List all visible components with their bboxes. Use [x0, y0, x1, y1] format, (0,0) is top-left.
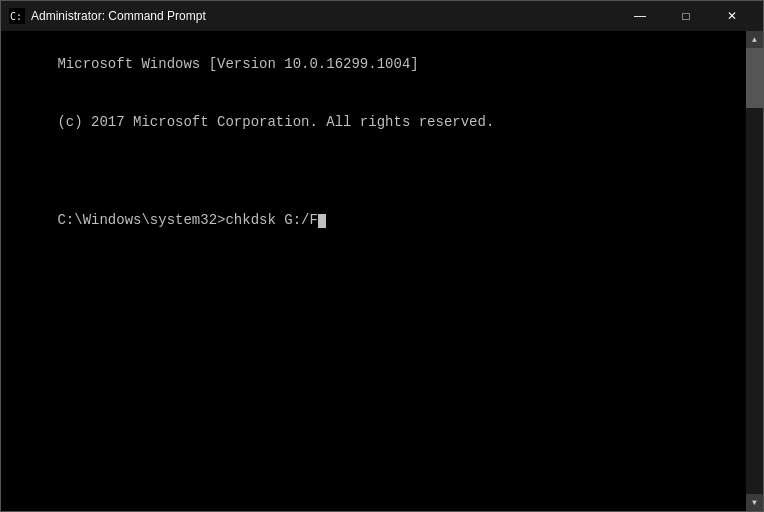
maximize-button[interactable]: □	[663, 1, 709, 31]
terminal-output[interactable]: Microsoft Windows [Version 10.0.16299.10…	[1, 31, 746, 511]
terminal-line-2: (c) 2017 Microsoft Corporation. All righ…	[57, 114, 494, 130]
window-controls: — □ ✕	[617, 1, 755, 31]
close-button[interactable]: ✕	[709, 1, 755, 31]
terminal-line-1: Microsoft Windows [Version 10.0.16299.10…	[57, 56, 418, 72]
scrollbar-thumb[interactable]	[746, 48, 763, 108]
command-prompt-window: C: Administrator: Command Prompt — □ ✕ M…	[0, 0, 764, 512]
terminal-cursor	[318, 214, 326, 228]
scrollbar-down-button[interactable]: ▼	[746, 494, 763, 511]
scrollbar: ▲ ▼	[746, 31, 763, 511]
svg-text:C:: C:	[10, 11, 22, 22]
scrollbar-track-area[interactable]	[746, 48, 763, 494]
window-icon: C:	[9, 8, 25, 24]
minimize-button[interactable]: —	[617, 1, 663, 31]
window-title: Administrator: Command Prompt	[31, 9, 617, 23]
window-body: Microsoft Windows [Version 10.0.16299.10…	[1, 31, 763, 511]
scrollbar-up-button[interactable]: ▲	[746, 31, 763, 48]
terminal-line-4: C:\Windows\system32>chkdsk G:/F	[57, 212, 317, 228]
title-bar: C: Administrator: Command Prompt — □ ✕	[1, 1, 763, 31]
